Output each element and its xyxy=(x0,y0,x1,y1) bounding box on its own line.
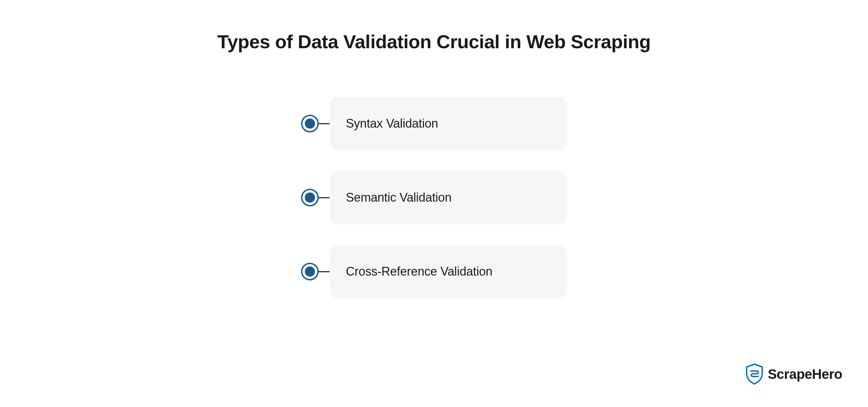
shield-icon xyxy=(745,364,764,385)
connector-line xyxy=(319,197,331,198)
bullet-icon xyxy=(301,115,319,132)
bullet-icon xyxy=(301,263,319,280)
connector-line xyxy=(319,271,331,272)
brand-name: ScrapeHero xyxy=(768,367,842,382)
validation-card: Cross-Reference Validation xyxy=(330,245,567,298)
validation-label: Syntax Validation xyxy=(346,116,438,130)
brand-logo: ScrapeHero xyxy=(745,364,842,385)
validation-card: Semantic Validation xyxy=(330,171,567,224)
diagram-container: Types of Data Validation Crucial in Web … xyxy=(0,0,868,407)
page-title: Types of Data Validation Crucial in Web … xyxy=(217,31,651,53)
validation-card: Syntax Validation xyxy=(330,97,567,150)
connector-line xyxy=(319,123,331,124)
list-item: Syntax Validation xyxy=(301,97,567,150)
validation-label: Semantic Validation xyxy=(346,190,452,204)
list-item: Semantic Validation xyxy=(301,171,567,224)
bullet-icon xyxy=(301,189,319,206)
list-item: Cross-Reference Validation xyxy=(301,245,567,298)
validation-list: Syntax Validation Semantic Validation Cr… xyxy=(301,97,567,298)
validation-label: Cross-Reference Validation xyxy=(346,264,492,278)
